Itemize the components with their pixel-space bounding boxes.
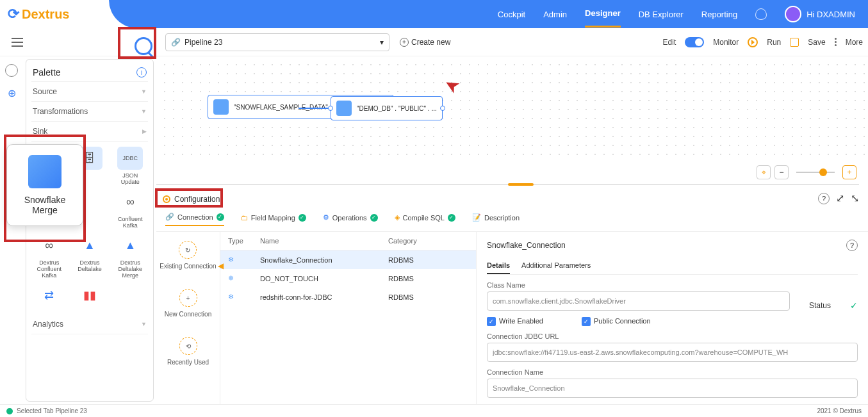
main-area: ⊕ Palette i Source▼ Transformations▼ Sin… — [0, 56, 868, 404]
annotation-arrow: ➤ — [440, 73, 463, 99]
chain-icon: 🔗 — [165, 213, 174, 221]
snowflake-icon: ❄ — [228, 293, 260, 301]
sink-item-dextrus-deltalake-merge[interactable]: ▲Dextrus Deltalake Merge — [113, 234, 148, 279]
config-panel: Configuration 🔗Connection✓ 🗀Field Mappin… — [156, 191, 868, 404]
chevron-right-icon: ▶ — [142, 128, 147, 135]
conn-name-field[interactable] — [487, 379, 858, 398]
node-port[interactable] — [440, 106, 445, 111]
snowflake-icon: ❄ — [228, 256, 260, 264]
new-connection[interactable]: +New Connection — [165, 289, 211, 318]
checkbox-icon: ✓ — [582, 317, 591, 326]
tab-additional-params[interactable]: Additional Parameters — [521, 258, 591, 274]
run-icon[interactable] — [748, 37, 758, 47]
sink-item-dextrus-deltalake[interactable]: ▲Dextrus Deltalake — [72, 234, 107, 279]
status-bar: Selected Tab Pipeline 23 2021 © Dextrus — [0, 404, 868, 417]
connection-sidebar: ↻Existing Connection ◀ +New Connection ⟲… — [156, 232, 220, 404]
check-icon: ✓ — [370, 214, 378, 222]
ops-icon: ⚙ — [323, 213, 329, 222]
panel-divider[interactable] — [156, 184, 859, 185]
sink-item-json-update[interactable]: JDBCJSON Update — [113, 147, 148, 185]
subtab-field-mapping[interactable]: 🗀Field Mapping✓ — [241, 213, 306, 226]
tab-configuration[interactable]: Configuration — [156, 191, 226, 208]
recently-used[interactable]: ⟲Recently Used — [167, 337, 209, 366]
table-row[interactable]: ❄DO_NOT_TOUCHRDBMS — [220, 269, 476, 288]
nav-designer[interactable]: Designer — [585, 1, 621, 28]
recent-icon: ⟲ — [179, 337, 197, 355]
class-name-field[interactable] — [487, 291, 790, 311]
th-type: Type — [228, 237, 260, 245]
subtab-connection[interactable]: 🔗Connection✓ — [165, 213, 224, 226]
subtab-description[interactable]: 📝Description — [472, 213, 520, 226]
node-target[interactable]: "DEMO_DB" . "PUBLIC" . ... — [331, 96, 443, 120]
top-nav: Cockpit Admin Designer DB Explorer Repor… — [498, 0, 855, 28]
more-label[interactable]: More — [846, 38, 863, 47]
tab-configuration-label: Configuration — [174, 195, 220, 204]
create-new-label: Create new — [411, 38, 450, 47]
subtab-operations[interactable]: ⚙Operations✓ — [323, 213, 378, 226]
monitor-label: Monitor — [713, 38, 739, 47]
save-label[interactable]: Save — [808, 38, 825, 47]
section-analytics[interactable]: Analytics▼ — [31, 315, 148, 334]
node-port[interactable] — [328, 106, 333, 111]
info-icon[interactable]: i — [136, 67, 147, 78]
status-label: Status — [809, 301, 831, 310]
more-icon[interactable] — [835, 38, 837, 46]
section-transformations[interactable]: Transformations▼ — [31, 102, 148, 122]
sink-item[interactable]: ▮▮ — [72, 284, 107, 309]
caret-icon: ◀ — [218, 261, 224, 270]
th-name: Name — [260, 237, 388, 245]
logo-icon: ⟳ — [8, 6, 19, 22]
existing-connection[interactable]: ↻Existing Connection — [160, 241, 216, 270]
sink-item[interactable]: ⇄ — [31, 284, 67, 309]
nav-admin[interactable]: Admin — [543, 2, 567, 27]
search-button[interactable] — [126, 32, 161, 60]
table-row[interactable]: ❄Snowflake_ConnectionRDBMS — [220, 250, 476, 269]
section-source[interactable]: Source▼ — [31, 82, 148, 102]
sink-item-dextrus-confluent-kafka[interactable]: ∞Dextrus Confluent Kafka — [31, 234, 67, 279]
pipeline-canvas[interactable]: "SNOWFLAKE_SAMPLE_DATA" . "TPCH_SF001" .… — [156, 56, 868, 159]
section-sink[interactable]: Sink▶ — [31, 122, 148, 142]
user-greeting: Hi DXADMIN — [807, 10, 855, 19]
write-enabled-checkbox[interactable]: ✓Write Enabled — [487, 317, 543, 326]
sink-item-confluent-kafka[interactable]: ∞Confluent Kafka — [113, 190, 148, 229]
snowflake-icon: ❄ — [228, 274, 260, 282]
connection-details: Snowflake_Connection ? Details Additiona… — [477, 232, 868, 404]
zoom-out-icon[interactable]: − — [774, 165, 789, 179]
snowflake-merge-icon — [28, 155, 61, 188]
nav-cockpit[interactable]: Cockpit — [498, 2, 525, 27]
jdbc-url-field[interactable] — [487, 343, 858, 362]
pipeline-name: Pipeline 23 — [184, 38, 222, 47]
chevron-icon: ▼ — [141, 108, 147, 115]
edit-label: Edit — [663, 38, 676, 47]
fit-icon[interactable]: ⌖ — [757, 165, 771, 179]
edit-monitor-toggle[interactable] — [685, 37, 704, 47]
search-icon — [135, 37, 152, 55]
public-conn-checkbox[interactable]: ✓Public Connection — [582, 317, 651, 326]
zoom-in-icon[interactable]: + — [842, 165, 856, 179]
chevron-down-icon: ▾ — [380, 38, 384, 47]
save-icon[interactable] — [790, 38, 799, 47]
nav-db-explorer[interactable]: DB Explorer — [639, 2, 684, 27]
create-new-button[interactable]: + Create new — [400, 38, 450, 47]
table-row[interactable]: ❄redshift-conn-for-JDBCRDBMS — [220, 288, 476, 306]
pipeline-selector[interactable]: 🔗 Pipeline 23 ▾ — [165, 33, 389, 51]
check-icon: ✓ — [448, 214, 455, 222]
nav-reporting[interactable]: Reporting — [701, 2, 737, 27]
bell-icon[interactable] — [755, 8, 767, 20]
help-icon[interactable]: ? — [846, 240, 858, 251]
rail-add-icon[interactable]: ⊕ — [6, 87, 17, 99]
mapping-icon: 🗀 — [241, 214, 248, 222]
status-ok-icon: ✓ — [850, 300, 858, 311]
run-label[interactable]: Run — [767, 38, 781, 47]
user-menu[interactable]: Hi DXADMIN — [785, 6, 855, 22]
existing-icon: ↻ — [179, 241, 197, 259]
palette-panel: Palette i Source▼ Transformations▼ Sink▶… — [26, 59, 154, 402]
menu-icon[interactable] — [12, 35, 27, 50]
rail-history-icon[interactable] — [5, 64, 18, 77]
edge — [299, 108, 331, 109]
brand-name: Dextrus — [22, 7, 69, 22]
details-title: Snowflake_Connection — [487, 241, 566, 250]
tab-details[interactable]: Details — [487, 258, 510, 274]
subtab-compile-sql[interactable]: ◈Compile SQL✓ — [395, 213, 455, 226]
zoom-slider[interactable] — [796, 172, 835, 173]
